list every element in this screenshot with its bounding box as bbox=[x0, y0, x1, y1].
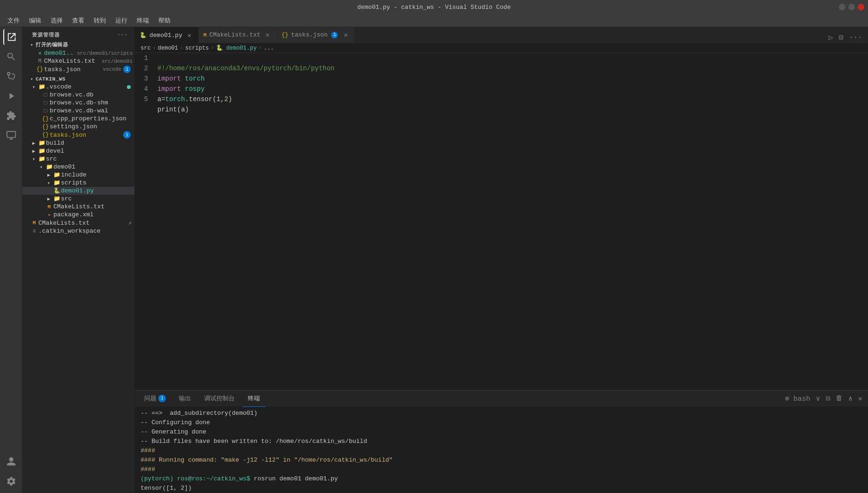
workspace-section[interactable]: ▾ CATKIN_WS bbox=[22, 75, 134, 83]
root-cmake-file[interactable]: M CMakeLists.txt ↗ bbox=[22, 219, 134, 227]
scripts-folder[interactable]: ▾ 📁 scripts bbox=[22, 179, 134, 187]
open-editor-tasksjson[interactable]: {} tasks.json vscode 1 bbox=[22, 65, 134, 74]
db-wal-icon: □ bbox=[41, 108, 50, 114]
breadcrumb-src[interactable]: src bbox=[141, 45, 151, 52]
line-num-3: 3 bbox=[139, 74, 148, 84]
devel-folder[interactable]: ▶ 📁 devel bbox=[22, 147, 134, 155]
minimize-button[interactable] bbox=[839, 4, 846, 10]
panel-tab-output[interactable]: 输出 bbox=[173, 390, 197, 407]
breadcrumb-scripts[interactable]: scripts bbox=[185, 45, 208, 52]
more-tabs-button[interactable]: ··· bbox=[847, 32, 864, 43]
c-cpp-properties-file[interactable]: {} c_cpp_properties.json bbox=[22, 115, 134, 123]
tab-cmakelists[interactable]: M CMakeLists.txt ✕ bbox=[199, 27, 277, 43]
extensions-activity-icon[interactable] bbox=[3, 108, 19, 124]
search-activity-icon[interactable] bbox=[3, 49, 19, 65]
demo01py-icon: 🐍 bbox=[52, 187, 61, 194]
breadcrumb-demo01py[interactable]: 🐍 demo01.py bbox=[216, 44, 257, 52]
cmake-icon: M bbox=[36, 58, 44, 65]
demo01-src-folder[interactable]: ▶ 📁 src bbox=[22, 195, 134, 203]
split-terminal-button[interactable]: ⊡ bbox=[824, 393, 832, 404]
menu-edit[interactable]: 编辑 bbox=[25, 15, 45, 26]
menu-terminal[interactable]: 终端 bbox=[133, 15, 153, 26]
include-folder[interactable]: ▶ 📁 include bbox=[22, 171, 134, 179]
breadcrumb: src › demo01 › scripts › 🐍 demo01.py › .… bbox=[135, 44, 868, 53]
panel-tab-debug[interactable]: 调试控制台 bbox=[199, 390, 240, 407]
tab-cmake-close[interactable]: ✕ bbox=[263, 31, 272, 39]
settings-activity-icon[interactable] bbox=[3, 473, 19, 489]
split-editor-button[interactable]: ⊡ bbox=[837, 32, 846, 43]
demo01-folder[interactable]: ▾ 📁 demo01 bbox=[22, 163, 134, 171]
catkin-workspace-file[interactable]: ≡ .catkin_workspace bbox=[22, 227, 134, 235]
tab-tasks-close[interactable]: ✕ bbox=[341, 31, 350, 39]
menu-view[interactable]: 查看 bbox=[68, 15, 88, 26]
demo01src-folder-icon: 📁 bbox=[52, 195, 61, 202]
explorer-activity-icon[interactable] bbox=[3, 29, 19, 45]
catkin-icon: ≡ bbox=[30, 228, 38, 235]
run-editor-button[interactable]: ▷ bbox=[827, 32, 835, 43]
tensor-line: a=torch.tensor(1,2) bbox=[157, 96, 232, 103]
panel-tabs: 问题 1 输出 调试控制台 终端 ⊕ bash ∨ ⊡ bbox=[135, 390, 868, 407]
source-control-activity-icon[interactable] bbox=[3, 68, 19, 84]
close-panel-button[interactable]: ✕ bbox=[856, 393, 864, 404]
maximize-panel-button[interactable]: ∧ bbox=[846, 393, 854, 404]
sidebar-menu-button[interactable]: ··· bbox=[116, 31, 129, 38]
svg-rect-0 bbox=[7, 132, 15, 138]
open-editors-section[interactable]: ▾ 打开的编辑器 bbox=[22, 40, 134, 49]
window-controls bbox=[839, 4, 864, 10]
menu-goto[interactable]: 转到 bbox=[90, 15, 110, 26]
build-chevron: ▶ bbox=[30, 140, 37, 146]
demo01src-chevron: ▶ bbox=[45, 196, 52, 202]
tab-tasksjson[interactable]: {} tasks.json 1 ✕ bbox=[277, 27, 355, 43]
demo01-folder-icon: 📁 bbox=[45, 163, 53, 170]
kill-terminal-button[interactable]: 🗑 bbox=[834, 393, 845, 404]
tab-tasksjson-label: tasks.json bbox=[291, 31, 327, 38]
term-line-1: -- ==> add_subdirectory(demo01) -- Confi… bbox=[141, 410, 393, 493]
py-icon: ✕ bbox=[36, 50, 44, 57]
tab-bar: 🐍 demo01.py ✕ M CMakeLists.txt ✕ {} task… bbox=[135, 27, 868, 44]
panel-tab-problems[interactable]: 问题 1 bbox=[139, 390, 171, 407]
browse-vc-db-file[interactable]: □ browse.vc.db bbox=[22, 91, 134, 99]
json-icon: {} bbox=[36, 66, 44, 73]
settings-json-file[interactable]: {} settings.json bbox=[22, 123, 134, 131]
tasks-tab-badge: 1 bbox=[331, 32, 338, 38]
sidebar-title: 资源管理器 bbox=[32, 31, 60, 38]
new-terminal-button[interactable]: ⊕ bash bbox=[783, 393, 812, 404]
terminal-content[interactable]: -- ==> add_subdirectory(demo01) -- Confi… bbox=[135, 407, 868, 493]
tasks-json-icon: {} bbox=[41, 132, 50, 138]
menu-run[interactable]: 运行 bbox=[111, 15, 131, 26]
package-xml-file[interactable]: ✦ package.xml bbox=[22, 211, 134, 219]
demo01-cmake-file[interactable]: M CMakeLists.txt bbox=[22, 203, 134, 211]
tab-demo01py-close[interactable]: ✕ bbox=[185, 31, 193, 39]
run-activity-icon[interactable] bbox=[3, 88, 19, 104]
code-content[interactable]: #!/home/ros/anaconda3/envs/pytorch/bin/p… bbox=[154, 53, 868, 390]
maximize-button[interactable] bbox=[848, 4, 855, 10]
menu-help[interactable]: 帮助 bbox=[155, 15, 174, 26]
panel-tab-terminal[interactable]: 终端 bbox=[242, 390, 266, 407]
account-activity-icon[interactable] bbox=[3, 454, 19, 470]
panel: 问题 1 输出 调试控制台 终端 ⊕ bash ∨ ⊡ bbox=[135, 390, 868, 493]
tab-demo01py[interactable]: 🐍 demo01.py ✕ bbox=[135, 27, 199, 43]
panel-actions: ⊕ bash ∨ ⊡ 🗑 ∧ ✕ bbox=[783, 393, 864, 404]
breadcrumb-demo01[interactable]: demo01 bbox=[158, 45, 178, 52]
activity-bar bbox=[0, 27, 22, 493]
close-button[interactable] bbox=[858, 4, 864, 10]
demo01py-file[interactable]: 🐍 demo01.py bbox=[22, 187, 134, 195]
vscode-folder[interactable]: ▾ 📁 .vscode bbox=[22, 83, 134, 91]
open-editor-cmakelists[interactable]: M CMakeLists.txt src/demo01 bbox=[22, 57, 134, 65]
breadcrumb-more[interactable]: ... bbox=[264, 45, 274, 52]
browse-vc-db-wal-file[interactable]: □ browse.vc.db-wal bbox=[22, 107, 134, 115]
menu-select[interactable]: 选择 bbox=[47, 15, 67, 26]
browse-vc-db-shm-file[interactable]: □ browse.vc.db-shm bbox=[22, 99, 134, 107]
tab-cmakelists-label: CMakeLists.txt bbox=[209, 31, 260, 38]
src-folder[interactable]: ▾ 📁 src bbox=[22, 155, 134, 163]
open-editor-demo01py[interactable]: ✕ demo01.py src/demo01/scripts bbox=[22, 49, 134, 57]
tasks-json-file[interactable]: {} tasks.json 1 bbox=[22, 131, 134, 139]
title-bar: demo01.py - catkin_ws - Visual Studio Co… bbox=[0, 0, 868, 14]
file-tree: ▾ 打开的编辑器 ✕ demo01.py src/demo01/scripts … bbox=[22, 40, 134, 493]
build-folder[interactable]: ▶ 📁 build bbox=[22, 139, 134, 147]
editor[interactable]: 1 2 3 4 5 #!/home/ros/anaconda3/envs/pyt… bbox=[135, 53, 868, 390]
menu-file[interactable]: 文件 bbox=[4, 15, 23, 26]
remote-explorer-activity-icon[interactable] bbox=[3, 127, 19, 143]
xml-icon: ✦ bbox=[45, 212, 53, 218]
terminal-dropdown-button[interactable]: ∨ bbox=[814, 393, 822, 404]
